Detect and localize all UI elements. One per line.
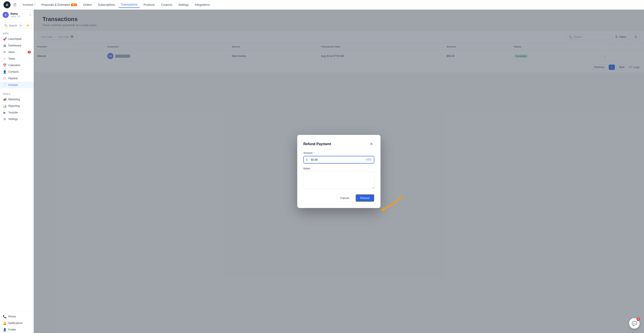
sidebar-bottom: 📞 Phone 🔔 Notifications 👤 Profile — [0, 311, 34, 333]
chat-bubble: 💬 6 — [629, 318, 640, 329]
new-badge: New — [71, 3, 77, 6]
sidebar-item-reporting[interactable]: 📊 Reporting — [0, 103, 34, 109]
hamburger-menu[interactable]: ☰ — [13, 2, 17, 7]
sidebar-item-profile[interactable]: 👤 Profile — [0, 327, 34, 333]
sidebar-item-phone[interactable]: 📞 Phone — [0, 313, 34, 320]
user-menu[interactable]: A Demo Irvine, CA ▾ — [0, 10, 34, 20]
nav-orders[interactable]: Orders — [80, 2, 95, 8]
notes-label: Notes — [304, 167, 374, 170]
nav-subscriptions[interactable]: Subscriptions — [95, 2, 118, 8]
chat-button[interactable]: 💬 6 — [629, 318, 640, 329]
modal-title: Refund Payment — [304, 142, 331, 146]
modal-footer: Cancel Refund — [304, 194, 374, 202]
nav-coupons[interactable]: Coupons — [158, 2, 175, 8]
notes-textarea[interactable] — [304, 171, 374, 189]
search-shortcut: ⌘K — [18, 24, 24, 27]
sidebar-item-settings[interactable]: ⚙ Settings — [0, 116, 34, 122]
sidebar-item-label: Notifications — [8, 322, 22, 325]
required-indicator: * — [314, 151, 315, 155]
invoices-icon: 📄 — [3, 83, 6, 87]
sidebar-item-label: Dashboard — [8, 44, 21, 47]
arrow-svg — [376, 192, 407, 214]
modal-header: Refund Payment ✕ — [304, 141, 374, 147]
chat-badge: 6 — [636, 318, 640, 321]
user-name: Demo — [10, 12, 28, 15]
sidebar-item-dashboard[interactable]: ▦ Dashboard — [0, 42, 34, 49]
sidebar-item-label: Phone — [8, 315, 16, 318]
user-location: Irvine, CA — [10, 15, 28, 18]
sidebar-item-notifications[interactable]: 🔔 Notifications — [0, 320, 34, 327]
chat-icon: 💬 — [632, 321, 637, 326]
search-icon: 🔍 — [4, 24, 8, 27]
amount-prefix: $ — [304, 156, 310, 163]
sidebar-item-contacts[interactable]: 👤 Contacts — [0, 68, 34, 75]
modal-overlay: Refund Payment ✕ Amount * $ USD Notes Ca… — [34, 10, 644, 333]
search-label: Search — [9, 24, 17, 27]
phone-icon: 📞 — [3, 315, 6, 318]
dashboard-icon: ▦ — [3, 44, 6, 47]
tasks-icon: ✓ — [3, 57, 6, 60]
app-logo: A — [4, 1, 10, 8]
modal-close-button[interactable]: ✕ — [368, 141, 374, 147]
sidebar-item-label: Calendars — [8, 64, 20, 67]
launchpad-icon: 🚀 — [3, 37, 6, 41]
main-content: Transactions Track customer payments at … — [34, 10, 644, 333]
sidebar-bottom-divider — [0, 312, 34, 312]
arrow-annotation — [376, 192, 407, 215]
reporting-icon: 📊 — [3, 104, 6, 108]
sidebar-item-label: Contacts — [8, 70, 18, 73]
sidebar-item-label: Tasks — [8, 57, 15, 60]
nav-integrations[interactable]: Integrations — [192, 2, 212, 8]
amount-input[interactable] — [310, 156, 363, 163]
sidebar-item-label: Launchpad — [8, 37, 21, 40]
youtube-icon: ▶ — [3, 111, 6, 114]
sidebar-item-label: Reporting — [8, 104, 20, 107]
tools-section-label: Tools — [0, 91, 34, 96]
cancel-button[interactable]: Cancel — [336, 194, 353, 202]
sidebar-item-label: Youtube — [8, 111, 18, 114]
sidebar-item-youtube[interactable]: ▶ Youtube — [0, 109, 34, 116]
inbox-badge: 1 — [28, 51, 31, 53]
sidebar-item-launchpad[interactable]: 🚀 Launchpad — [0, 36, 34, 42]
user-chevron-icon: ▾ — [30, 14, 31, 16]
lightning-icon: ⚡ — [26, 23, 30, 27]
sidebar-item-invoices[interactable]: 📄 Invoices — [0, 82, 34, 88]
sidebar-item-inbox[interactable]: ✉ Inbox 1 — [0, 49, 34, 55]
sidebar-item-label: Profile — [8, 328, 16, 331]
apps-section-label: Apps — [0, 31, 34, 36]
sidebar: A Demo Irvine, CA ▾ 🔍 Search ⌘K ⚡ Apps 🚀… — [0, 10, 34, 333]
marketing-icon: 📣 — [3, 98, 6, 101]
nav-proposals[interactable]: Proposals & Estimates New — [39, 2, 80, 8]
top-navigation: A ☰ Invoices ▾ Proposals & Estimates New… — [0, 0, 644, 10]
inbox-icon: ✉ — [3, 50, 6, 54]
sidebar-item-label: Marketing — [8, 98, 20, 101]
contacts-icon: 👤 — [3, 70, 6, 73]
nav-invoices[interactable]: Invoices ▾ — [20, 2, 38, 8]
sidebar-item-pipeline[interactable]: ⬡ Pipeline — [0, 75, 34, 82]
nav-settings[interactable]: Settings — [176, 2, 192, 8]
sidebar-item-calendars[interactable]: 📅 Calendars — [0, 62, 34, 68]
sidebar-item-label: Pipeline — [8, 77, 18, 80]
svg-marker-0 — [380, 208, 385, 211]
sidebar-item-label: Invoices — [8, 83, 18, 86]
notifications-icon: 🔔 — [3, 322, 6, 325]
refund-payment-modal: Refund Payment ✕ Amount * $ USD Notes Ca… — [297, 135, 380, 208]
main-layout: A Demo Irvine, CA ▾ 🔍 Search ⌘K ⚡ Apps 🚀… — [0, 10, 644, 333]
avatar: A — [3, 12, 9, 18]
amount-input-wrapper: $ USD — [304, 156, 374, 164]
sidebar-divider — [0, 89, 34, 90]
nav-transactions[interactable]: Transactions — [118, 1, 140, 8]
nav-products[interactable]: Products — [141, 2, 157, 8]
sidebar-item-tasks[interactable]: ✓ Tasks — [0, 55, 34, 62]
calendars-icon: 📅 — [3, 63, 6, 67]
sidebar-item-label: Inbox — [8, 50, 15, 54]
sidebar-item-marketing[interactable]: 📣 Marketing — [0, 96, 34, 103]
chevron-down-icon: ▾ — [34, 3, 35, 6]
nav-items: Invoices ▾ Proposals & Estimates New Ord… — [20, 1, 640, 8]
search-bar[interactable]: 🔍 Search ⌘K ⚡ — [2, 22, 31, 29]
pipeline-icon: ⬡ — [3, 77, 6, 80]
refund-button[interactable]: Refund — [356, 194, 374, 202]
profile-icon: 👤 — [3, 328, 6, 332]
sidebar-item-label: Settings — [8, 118, 18, 121]
amount-label: Amount * — [304, 151, 374, 155]
